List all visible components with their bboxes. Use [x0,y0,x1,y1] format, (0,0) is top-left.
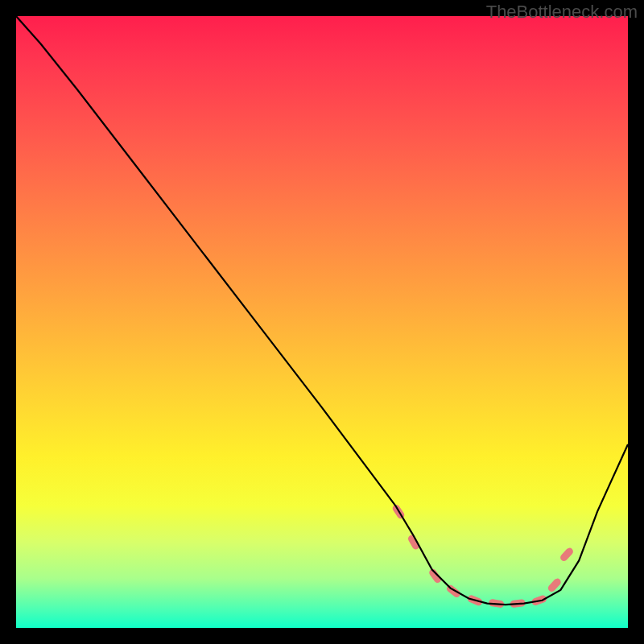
chart-svg [16,16,628,628]
chart-marker [559,547,574,563]
attribution-label: TheBottleneck.com [486,2,638,23]
chart-main-curve [16,16,628,605]
chart-marker [427,568,442,584]
chart-marker-group [391,503,575,608]
chart-plot-area [16,16,628,628]
